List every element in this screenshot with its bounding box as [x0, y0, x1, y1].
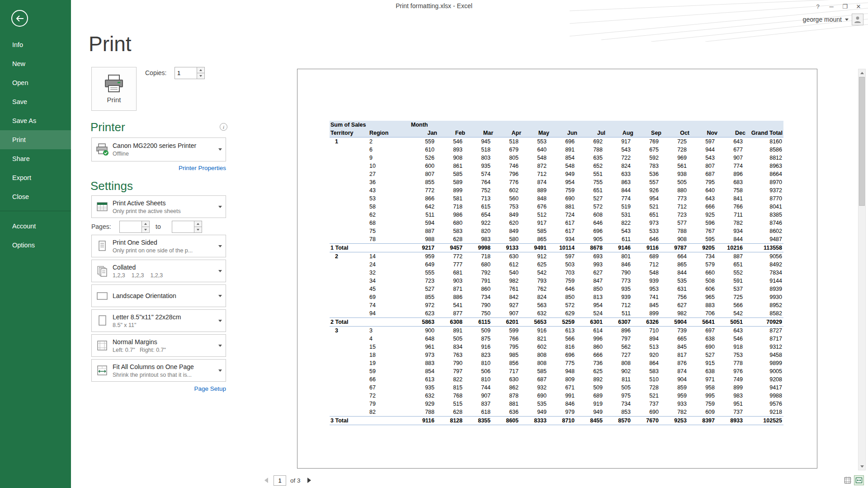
table-cell: 611: [606, 235, 634, 244]
table-cell: 692: [578, 137, 606, 146]
table-cell: 74: [368, 301, 410, 309]
sidebar-item-print[interactable]: Print: [0, 130, 71, 149]
spin-up-button[interactable]: [142, 221, 149, 227]
table-cell: 886: [438, 293, 466, 301]
table-cell: 527: [578, 194, 606, 203]
table-cell: 552: [718, 269, 746, 277]
dropdown-title: Letter 8.5"x11" 22x28cm: [113, 313, 215, 321]
table-cell: 579: [690, 261, 718, 269]
table-cell: 14: [368, 252, 410, 261]
table-cell: 847: [578, 277, 606, 285]
table-cell: 993: [578, 261, 606, 269]
table-cell: 917: [522, 219, 550, 227]
table-cell: 807: [410, 170, 438, 178]
scroll-down-button[interactable]: [859, 463, 865, 470]
table-cell: [330, 162, 368, 170]
table-cell: 887: [718, 252, 746, 261]
page-setup-link[interactable]: Page Setup: [91, 385, 226, 392]
table-cell: 594: [410, 219, 438, 227]
sidebar-item-info[interactable]: Info: [0, 35, 71, 54]
table-cell: 793: [522, 277, 550, 285]
table-cell: 900: [410, 327, 438, 335]
table-cell: 878: [494, 392, 522, 400]
table-cell: 736: [578, 359, 606, 367]
account-menu[interactable]: george mount: [803, 14, 863, 25]
table-cell: 8746: [746, 219, 783, 227]
table-cell: 713: [466, 194, 494, 203]
duplex-select[interactable]: Print One Sided Only print on one side o…: [91, 235, 226, 257]
spin-down-button[interactable]: [194, 227, 202, 232]
sidebar-item-options[interactable]: Options: [0, 236, 71, 255]
table-cell: 585: [438, 170, 466, 178]
margins-select[interactable]: Normal Margins Left: 0.7" Right: 0.7": [91, 334, 226, 357]
spin-down-button[interactable]: [197, 73, 204, 79]
info-icon[interactable]: i: [220, 123, 227, 131]
table-cell: 649: [410, 261, 438, 269]
zoom-to-page-button[interactable]: [854, 475, 864, 485]
restore-button[interactable]: ❐: [838, 1, 852, 12]
table-cell: 935: [410, 384, 438, 392]
paper-size-select[interactable]: Letter 8.5"x11" 22x28cm 8.5" x 11": [91, 309, 226, 332]
pages-from-input[interactable]: [120, 221, 142, 232]
table-cell: 660: [690, 269, 718, 277]
sidebar-item-open[interactable]: Open: [0, 73, 71, 92]
printer-select[interactable]: Canon MG2200 series Printer Offline: [91, 137, 226, 161]
table-cell: 566: [550, 335, 578, 343]
copies-input[interactable]: [175, 67, 197, 79]
table-cell: 774: [718, 162, 746, 170]
print-what-select[interactable]: Print Active Sheets Only print the activ…: [91, 195, 226, 218]
table-cell: 772: [438, 252, 466, 261]
table-cell: 824: [606, 162, 634, 170]
avatar[interactable]: [852, 14, 863, 25]
orientation-select[interactable]: Landscape Orientation: [91, 284, 226, 307]
sidebar-item-export[interactable]: Export: [0, 168, 71, 187]
collation-select[interactable]: Collated 1,2,3 1,2,3 1,2,3: [91, 260, 226, 282]
help-button[interactable]: ?: [811, 1, 825, 12]
table-cell: 8160: [746, 137, 783, 146]
table-cell: 8333: [522, 417, 550, 425]
table-cell: 690: [690, 343, 718, 351]
print-preview-page: Sum of SalesMonthTerritoryRegionJanFebMa…: [297, 69, 817, 469]
table-cell: 690: [550, 194, 578, 203]
next-page-button[interactable]: [307, 478, 311, 483]
print-button[interactable]: Print: [91, 67, 137, 111]
printer-properties-link[interactable]: Printer Properties: [91, 165, 226, 171]
sidebar-item-close[interactable]: Close: [0, 187, 71, 206]
sidebar-item-account[interactable]: Account: [0, 217, 71, 236]
table-cell: 5653: [522, 318, 550, 327]
sidebar-item-save[interactable]: Save: [0, 92, 71, 111]
table-cell: 696: [550, 137, 578, 146]
table-cell: 808: [522, 359, 550, 367]
spin-up-button[interactable]: [194, 221, 202, 227]
spin-down-button[interactable]: [142, 227, 149, 232]
pages-to-input[interactable]: [172, 221, 194, 232]
show-margins-button[interactable]: [843, 475, 853, 485]
dropdown-title: Landscape Orientation: [113, 292, 215, 299]
table-cell: 10114: [550, 244, 578, 252]
scrollbar-thumb[interactable]: [859, 77, 865, 206]
table-cell: 711: [718, 211, 746, 219]
table-cell: 864: [634, 359, 662, 367]
back-button[interactable]: [11, 10, 28, 27]
table-cell: 872: [522, 162, 550, 170]
table-cell: 842: [494, 293, 522, 301]
table-cell: 572: [550, 301, 578, 309]
sidebar-item-share[interactable]: Share: [0, 149, 71, 168]
table-cell: 642: [410, 203, 438, 211]
table-cell: [330, 335, 368, 343]
current-page-input[interactable]: [274, 475, 286, 486]
scroll-up-button[interactable]: [859, 69, 865, 76]
user-name[interactable]: george mount: [803, 16, 842, 23]
scaling-select[interactable]: Fit All Columns on One Page Shrink the p…: [91, 359, 226, 382]
sidebar-item-new[interactable]: New: [0, 54, 71, 73]
table-cell: [438, 121, 466, 129]
vertical-scrollbar[interactable]: [858, 69, 866, 470]
table-cell: 557: [634, 178, 662, 186]
table-cell: 509: [466, 327, 494, 335]
close-button[interactable]: ✕: [852, 1, 865, 12]
table-cell: 8963: [746, 162, 783, 170]
minimize-button[interactable]: ─: [825, 1, 838, 12]
previous-page-button[interactable]: [264, 478, 268, 483]
sidebar-item-save-as[interactable]: Save As: [0, 111, 71, 130]
spin-up-button[interactable]: [197, 67, 204, 73]
